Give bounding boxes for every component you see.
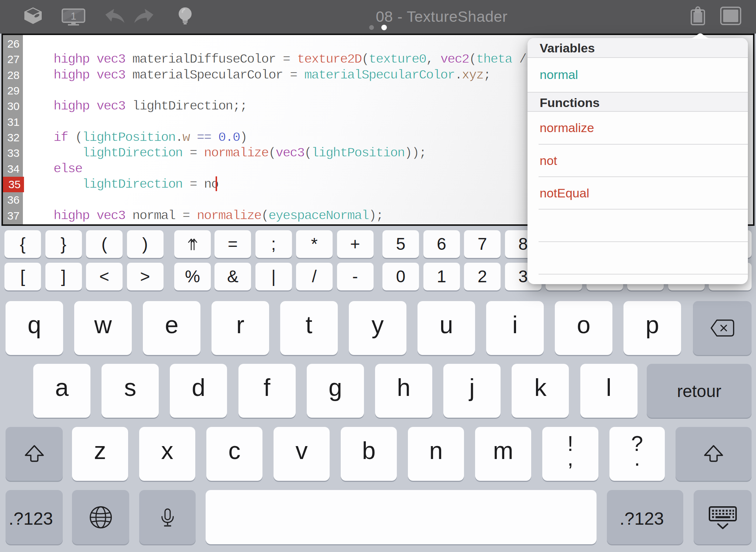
svg-text:1: 1 <box>71 11 76 22</box>
